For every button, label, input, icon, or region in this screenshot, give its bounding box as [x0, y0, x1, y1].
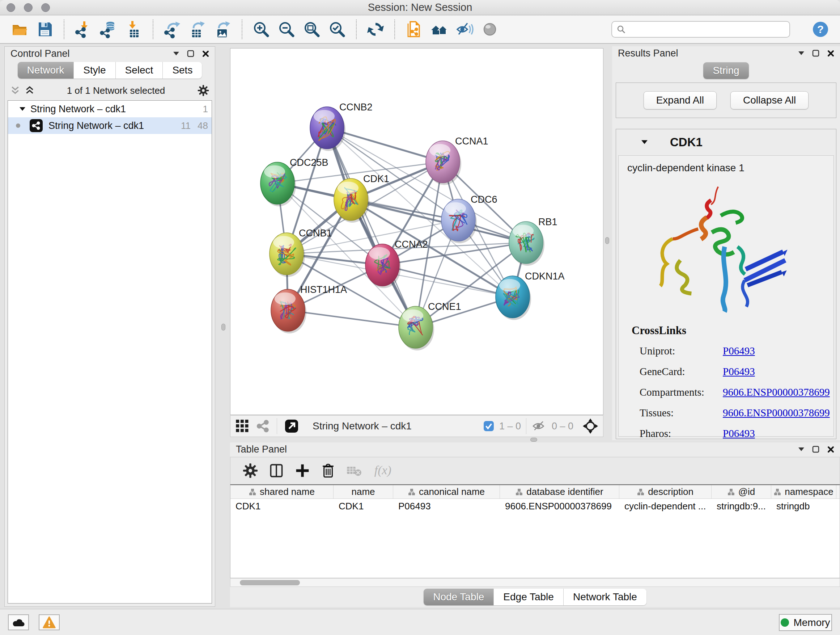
edge-HIST1H1A-CCNE1[interactable]	[288, 310, 416, 327]
table-cell[interactable]: 9606.ENSP00000378699	[500, 499, 619, 513]
edge-CCNB2-CCNE1[interactable]	[327, 128, 416, 327]
expand-all-button[interactable]: Expand All	[644, 91, 717, 109]
zoom-selected-button[interactable]	[327, 19, 347, 40]
help-button[interactable]: ?	[810, 19, 831, 40]
zoom-fit-button[interactable]	[302, 19, 322, 40]
fit-crosshair-icon[interactable]	[583, 418, 598, 434]
tab-style[interactable]: Style	[74, 62, 115, 79]
network-options-gear-icon[interactable]	[197, 85, 209, 96]
column-header--id[interactable]: @id	[712, 485, 771, 499]
zoom-out-button[interactable]	[276, 19, 297, 40]
results-panel-title: Results Panel	[618, 48, 678, 59]
table-cell[interactable]: CDK1	[333, 499, 393, 513]
collapse-all-button[interactable]: Collapse All	[730, 91, 808, 109]
collapse-all-icon[interactable]	[11, 86, 20, 95]
expand-all-icon[interactable]	[25, 86, 34, 95]
show-columns-icon[interactable]	[269, 463, 284, 478]
node-CCNE1[interactable]	[399, 306, 434, 350]
column-header-description[interactable]: description	[619, 485, 712, 499]
vertical-splitter-handle[interactable]	[605, 237, 609, 244]
float-panel-icon[interactable]	[187, 50, 194, 57]
crosslink-link[interactable]: P06493	[723, 366, 755, 378]
string-network-graph[interactable]: CCNB2CCNA1CDC25BCDK1CDC6RB1CCNB1CCNA2CDK…	[231, 49, 603, 415]
crosslink-link[interactable]: 9606.ENSP00000378699	[723, 386, 830, 398]
table-cell[interactable]: CDK1	[231, 499, 333, 513]
import-network-from-database-button[interactable]	[98, 19, 118, 40]
export-table-button[interactable]	[187, 19, 208, 40]
left-splitter-handle[interactable]	[221, 324, 225, 331]
table-cell[interactable]: stringdb:9...	[712, 499, 771, 513]
crosslink-link[interactable]: P06493	[723, 345, 755, 357]
tab-sets[interactable]: Sets	[163, 62, 202, 79]
export-network-button[interactable]	[162, 19, 182, 40]
tab-select[interactable]: Select	[116, 62, 163, 79]
open-session-button[interactable]	[9, 19, 30, 40]
table-horizontal-scrollbar[interactable]	[230, 578, 840, 587]
tab-edge-table[interactable]: Edge Table	[494, 589, 564, 605]
glass-ball-button[interactable]	[480, 19, 500, 40]
close-panel-icon[interactable]	[827, 446, 834, 453]
open-folder-icon	[11, 20, 28, 38]
close-panel-icon[interactable]	[202, 50, 209, 57]
gene-expander-icon[interactable]	[641, 140, 647, 144]
string-import-button[interactable]	[404, 19, 424, 40]
selected-checkbox-icon[interactable]	[483, 421, 494, 432]
float-panel-icon[interactable]	[812, 446, 819, 453]
column-header-name[interactable]: name	[333, 485, 393, 499]
birdseye-grid-icon[interactable]	[235, 419, 249, 433]
node-CDK1[interactable]	[334, 179, 369, 223]
table-cell[interactable]: cyclin-dependent ...	[619, 499, 712, 513]
float-panel-icon[interactable]	[812, 50, 819, 57]
horizontal-splitter-handle[interactable]	[531, 438, 537, 442]
tab-network[interactable]: Network	[18, 62, 74, 79]
panel-menu-icon[interactable]	[173, 52, 179, 56]
open-in-window-icon[interactable]	[284, 419, 299, 433]
memory-button[interactable]: Memory	[779, 614, 832, 631]
panel-menu-icon[interactable]	[798, 51, 804, 55]
table-options-gear-icon[interactable]	[243, 463, 258, 478]
column-header-database-identifier[interactable]: database identifier	[500, 485, 619, 499]
node-label-CDK1: CDK1	[363, 173, 389, 184]
node-CCNB2[interactable]	[310, 107, 346, 151]
table-cell[interactable]: stringdb	[771, 499, 836, 513]
gene-details: cyclin-dependent kinase 1	[618, 155, 834, 437]
refresh-button[interactable]	[365, 19, 386, 40]
network-share-icon[interactable]	[256, 420, 270, 432]
tree-expander-icon[interactable]	[19, 107, 25, 111]
node-CCNA1[interactable]	[426, 141, 461, 185]
cloud-status-button[interactable]	[8, 614, 29, 630]
export-image-button[interactable]	[213, 19, 233, 40]
crosslink-link[interactable]: 9606.ENSP00000378699	[723, 407, 830, 419]
column-header-namespace[interactable]: namespace	[771, 485, 836, 499]
node-CCNB1[interactable]	[270, 233, 305, 277]
node-CDKN1A[interactable]	[496, 276, 531, 320]
tab-string[interactable]: String	[703, 62, 748, 79]
string-home-button[interactable]	[429, 19, 449, 40]
node-HIST1H1A[interactable]	[271, 289, 306, 333]
close-panel-icon[interactable]	[827, 50, 834, 57]
column-header-canonical-name[interactable]: canonical name	[393, 485, 500, 499]
table-cell[interactable]: P06493	[393, 499, 500, 513]
import-network-from-file-button[interactable]	[73, 19, 93, 40]
table-row[interactable]: CDK1CDK1P064939606.ENSP00000378699cyclin…	[231, 499, 840, 513]
scrollbar-thumb[interactable]	[240, 580, 300, 585]
import-table-button[interactable]	[124, 19, 144, 40]
column-header-shared-name[interactable]: shared name	[231, 485, 333, 499]
network-view-canvas[interactable]: CCNB2CCNA1CDC25BCDK1CDC6RB1CCNB1CCNA2CDK…	[230, 48, 603, 415]
save-session-button[interactable]	[35, 19, 55, 40]
zoom-in-button[interactable]	[251, 19, 271, 40]
node-RB1[interactable]	[509, 222, 545, 266]
search-input[interactable]	[629, 24, 785, 35]
panel-menu-icon[interactable]	[798, 448, 804, 451]
network-row[interactable]: String Network – cdk1 11 48	[8, 117, 212, 134]
delete-column-icon[interactable]	[321, 463, 335, 478]
node-table-grid[interactable]: shared namenamecanonical namedatabase id…	[230, 485, 840, 578]
node-CCNA2[interactable]	[365, 244, 401, 288]
crosslink-link[interactable]: P06493	[723, 428, 755, 440]
add-column-icon[interactable]	[295, 463, 310, 478]
hide-glass-eye-button[interactable]	[454, 19, 475, 40]
tab-node-table[interactable]: Node Table	[424, 589, 494, 605]
tab-network-table[interactable]: Network Table	[564, 589, 646, 605]
network-collection-row[interactable]: String Network – cdk1 1	[8, 101, 212, 117]
warnings-button[interactable]	[39, 614, 60, 630]
